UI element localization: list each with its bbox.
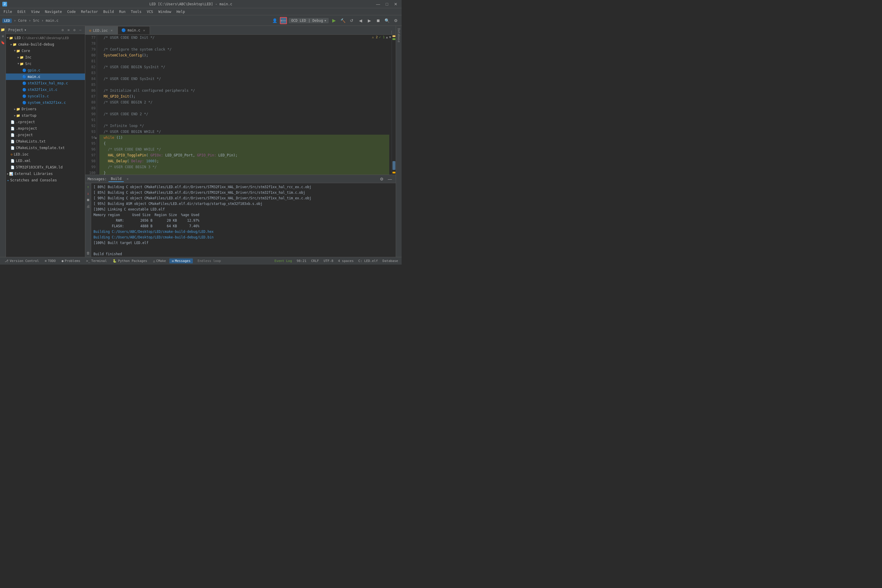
breadcrumb-file[interactable]: main.c bbox=[46, 18, 58, 22]
tree-led-xml[interactable]: 📄 LED.xml bbox=[6, 158, 85, 164]
minimize-button[interactable]: — bbox=[375, 1, 382, 8]
dropdown-arrow[interactable]: ▾ bbox=[324, 18, 326, 22]
code-content[interactable]: /* USER CODE END Init */ /* Configure th… bbox=[97, 35, 392, 175]
status-cmake[interactable]: △ CMake bbox=[151, 258, 168, 263]
led-ioc-tab-close[interactable]: ✕ bbox=[110, 28, 114, 33]
tree-hal-it[interactable]: 🔵 stm32f1xx_it.c bbox=[6, 86, 85, 93]
msg-stop-icon[interactable]: ⏹ bbox=[86, 197, 91, 202]
tree-mainc[interactable]: 🔵 main.c bbox=[6, 74, 85, 80]
build-button[interactable]: 🔨 bbox=[339, 17, 346, 24]
tree-scratches[interactable]: ✦ Scratches and Consoles bbox=[6, 177, 85, 183]
menu-edit[interactable]: Edit bbox=[15, 9, 28, 14]
git-indicator[interactable]: Database bbox=[381, 259, 399, 263]
tree-inc[interactable]: ▶ 📁 Inc bbox=[6, 54, 85, 61]
tree-syscalls[interactable]: 🔵 syscalls.c bbox=[6, 93, 85, 99]
tree-core[interactable]: ▶ 📁 Core bbox=[6, 48, 85, 54]
menu-refactor[interactable]: Refactor bbox=[78, 9, 100, 14]
caret-up[interactable]: ▲ bbox=[386, 35, 388, 39]
messages-settings-button[interactable]: ⚙ bbox=[378, 176, 385, 183]
run-button[interactable]: ▶ bbox=[330, 17, 338, 24]
code-line-80: SystemClock_Config(); bbox=[99, 52, 389, 58]
scroll-thumb[interactable] bbox=[393, 161, 395, 170]
tree-cmake-txt[interactable]: 📄 CMakeLists.txt bbox=[6, 138, 85, 145]
menu-code[interactable]: Code bbox=[65, 9, 78, 14]
build-tab-close[interactable]: ✕ bbox=[126, 177, 130, 181]
tree-project[interactable]: 📄 .project bbox=[6, 132, 85, 138]
code-editor[interactable]: ⚠ 2 ✓ 1 ▲ ▼ 77787980 81828384 85868788 8… bbox=[85, 35, 396, 175]
reload-button[interactable]: ↺ bbox=[348, 17, 355, 24]
settings-icon[interactable]: ⚙ bbox=[72, 28, 77, 32]
breadcrumb-core[interactable]: Core bbox=[18, 18, 27, 22]
tree-cproject[interactable]: 📄 .cproject bbox=[6, 119, 85, 125]
menu-vcs[interactable]: VCS bbox=[144, 9, 156, 14]
caret-down[interactable]: ▼ bbox=[389, 35, 391, 39]
build-tab[interactable]: Build bbox=[108, 176, 124, 182]
tree-hal-msp[interactable]: 🔵 stm32f1xx_hal_msp.c bbox=[6, 80, 85, 86]
menu-navigate[interactable]: Navigate bbox=[43, 9, 64, 14]
tree-led-ioc[interactable]: ⚙ LED.ioc bbox=[6, 151, 85, 158]
step-back-button[interactable]: ◀ bbox=[357, 17, 364, 24]
tree-gpio[interactable]: 🔵 gpio.c bbox=[6, 67, 85, 74]
tree-root[interactable]: ▶ 📁 LED C:\Users\ABC\Desktop\LED bbox=[6, 35, 85, 41]
debug-back-button[interactable]: ⟵ bbox=[280, 17, 287, 24]
search-button[interactable]: 🔍 bbox=[383, 17, 390, 24]
sync-button[interactable]: ⚙ bbox=[60, 28, 65, 32]
tree-mxproject[interactable]: 📄 .mxproject bbox=[6, 125, 85, 132]
tab-led-ioc[interactable]: ⚙ LED.ioc ✕ bbox=[85, 26, 118, 34]
database-label[interactable]: Database bbox=[397, 27, 400, 44]
msg-down-icon[interactable]: ↓ bbox=[86, 191, 91, 196]
maximize-button[interactable]: □ bbox=[383, 1, 390, 8]
tree-cmake-template[interactable]: 📄 CMakeLists_template.txt bbox=[6, 145, 85, 151]
msg-up-icon[interactable]: ↑ bbox=[86, 184, 91, 190]
main-c-tab-close[interactable]: ✕ bbox=[142, 28, 146, 32]
tree-src[interactable]: ▶ 📁 Src bbox=[6, 61, 85, 67]
settings-button[interactable]: ⚙ bbox=[392, 17, 399, 24]
close-panel-button[interactable]: — bbox=[78, 28, 82, 32]
menu-build[interactable]: Build bbox=[101, 9, 116, 14]
status-python-packages[interactable]: 🐍 Python Packages bbox=[110, 258, 149, 263]
menu-help[interactable]: Help bbox=[174, 9, 187, 14]
file-indicator[interactable]: C: LED.elf bbox=[357, 259, 379, 263]
menu-tools[interactable]: Tools bbox=[129, 9, 144, 14]
project-icon[interactable]: 📁 bbox=[0, 27, 6, 32]
menu-file[interactable]: File bbox=[1, 9, 14, 14]
step-over-button[interactable]: ▶ bbox=[366, 17, 373, 24]
project-dropdown-arrow[interactable]: ▾ bbox=[24, 28, 27, 32]
ext-libs-label: External Libraries bbox=[14, 172, 52, 176]
menu-window[interactable]: Window bbox=[156, 9, 174, 14]
status-terminal[interactable]: >_ Terminal bbox=[84, 258, 109, 263]
bookmarks-icon[interactable]: 🔖 bbox=[0, 40, 6, 45]
tree-system[interactable]: 🔵 system_stm32f1xx.c bbox=[6, 99, 85, 106]
encoding-indicator[interactable]: UTF-8 bbox=[322, 259, 334, 263]
tree-ext-libs[interactable]: ▶ 📊 External Libraries bbox=[6, 171, 85, 177]
tab-main-c[interactable]: 🔵 main.c ✕ bbox=[118, 26, 150, 34]
breadcrumb-src[interactable]: Src bbox=[33, 18, 39, 22]
tree-flash-ld[interactable]: 📄 STM32F103C8Tx_FLASH.ld bbox=[6, 164, 85, 171]
status-todo[interactable]: ≡ TODO bbox=[42, 258, 58, 263]
structure-icon[interactable]: ≡ bbox=[0, 33, 6, 39]
menu-view[interactable]: View bbox=[29, 9, 42, 14]
main-c-tab-icon: 🔵 bbox=[122, 28, 126, 32]
collapse-button[interactable]: ≡ bbox=[66, 28, 71, 32]
close-button[interactable]: ✕ bbox=[392, 1, 399, 8]
stop-button[interactable]: ⏹ bbox=[375, 17, 382, 24]
profile-button[interactable]: 👤 bbox=[271, 17, 278, 24]
status-messages[interactable]: ✉ Messages bbox=[170, 258, 193, 263]
indent-indicator[interactable]: 4 spaces bbox=[337, 259, 355, 263]
menu-run[interactable]: Run bbox=[117, 9, 128, 14]
tree-startup[interactable]: ▶ 📁 startup bbox=[6, 112, 85, 119]
messages-content[interactable]: [ 80%] Building C object CMakeFiles/LED.… bbox=[91, 183, 396, 257]
msg-print-icon[interactable]: 🖨 bbox=[86, 204, 91, 209]
status-version-control[interactable]: ⎇ Version Control bbox=[2, 258, 41, 263]
tree-drivers[interactable]: ▶ 📁 Drivers bbox=[6, 106, 85, 112]
msg-trash-icon[interactable]: 🗑 bbox=[86, 250, 91, 256]
tabs-more[interactable]: ⋮ bbox=[387, 30, 396, 34]
hal-msp-label: stm32f1xx_hal_msp.c bbox=[28, 81, 68, 85]
event-log-button[interactable]: Event Log bbox=[273, 259, 293, 263]
tree-cmake[interactable]: ▶ 📁 cmake-build-debug bbox=[6, 41, 85, 48]
status-problems[interactable]: ● Problems bbox=[59, 258, 82, 263]
line-ending-indicator[interactable]: CRLF bbox=[310, 259, 320, 263]
position-indicator[interactable]: 98:21 bbox=[296, 259, 308, 263]
led-badge[interactable]: LED bbox=[2, 18, 12, 23]
messages-close-button[interactable]: — bbox=[386, 176, 393, 183]
